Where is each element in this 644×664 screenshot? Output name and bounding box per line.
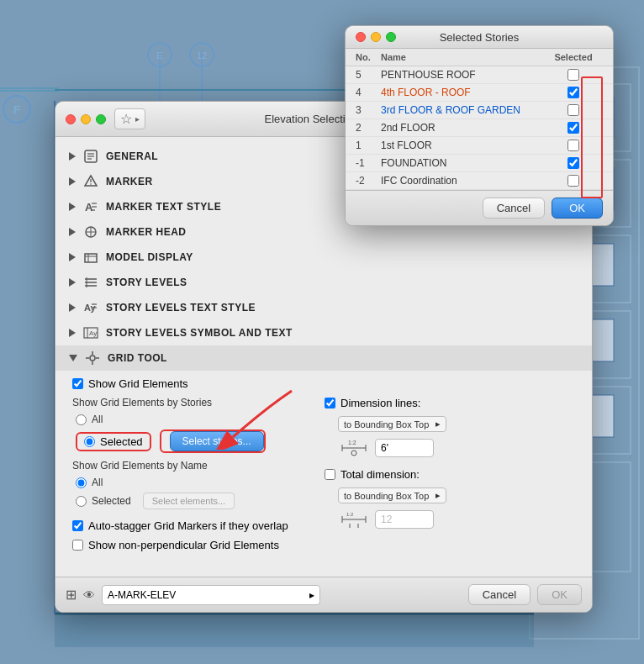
- select-stories-button[interactable]: Select stories...: [170, 431, 264, 451]
- star-icon: ☆: [120, 111, 132, 127]
- story-neg2-name: IFC Coordination: [381, 175, 544, 187]
- section-story-levels-symbol-label: STORY LEVELS SYMBOL AND TEXT: [106, 327, 293, 339]
- total-dim-value-input[interactable]: [375, 510, 434, 529]
- grid-panels: Show Grid Elements by Stories All Select…: [72, 397, 575, 558]
- non-perpendicular-checkbox[interactable]: [72, 540, 83, 551]
- story-5-name: PENTHOUSE ROOF: [381, 69, 544, 81]
- story-4-name: 4th FLOOR - ROOF: [381, 87, 544, 98]
- story-neg1-checkbox[interactable]: [567, 157, 579, 169]
- story-3-no: 3: [356, 104, 381, 116]
- dropdown-arrow: ▸: [435, 419, 441, 429]
- expand-icon: [69, 228, 76, 236]
- story-neg2-checkbox[interactable]: [567, 175, 579, 187]
- story-2-checkbox[interactable]: [567, 122, 579, 134]
- radio-all-stories[interactable]: [76, 414, 87, 425]
- layer-dropdown[interactable]: A-MARK-ELEV ▸: [102, 585, 320, 605]
- section-marker-head-label: MARKER HEAD: [106, 226, 187, 238]
- expand-icon: [69, 253, 76, 261]
- show-grid-elements-checkbox[interactable]: [72, 378, 83, 389]
- grid-tool-content: Show Grid Elements Show Grid Elements by…: [55, 371, 592, 561]
- story-levels-text-style-icon: Ay: [82, 299, 99, 316]
- dimension-value-row: 1:2: [338, 436, 575, 460]
- story-1-no: 1: [356, 140, 381, 151]
- dropdown-arrow-icon: ▸: [309, 589, 314, 601]
- layer-value: A-MARK-ELEV: [108, 589, 176, 601]
- story-1-checkbox-cell: [544, 140, 603, 151]
- story-3-checkbox-cell: [544, 104, 603, 116]
- story-4-checkbox-cell: [544, 87, 603, 98]
- radio-all2-row: All: [76, 477, 308, 488]
- dimension-lines-checkbox[interactable]: [325, 398, 335, 408]
- radio-all-names[interactable]: [76, 477, 87, 488]
- stories-maximize-button[interactable]: [386, 32, 396, 42]
- expand-icon: [69, 152, 76, 161]
- selected-radio-highlight: Selected: [76, 432, 151, 451]
- bounding-box2-row: to Bounding Box Top ▸: [338, 487, 575, 503]
- stories-dialog-titlebar: Selected Stories: [346, 26, 613, 49]
- dimension-lines-settings: to Bounding Box Top ▸ 1:2: [338, 416, 575, 460]
- expand-icon: [69, 329, 76, 337]
- collapse-icon: [69, 355, 77, 361]
- main-cancel-button[interactable]: Cancel: [468, 584, 531, 605]
- stories-minimize-button[interactable]: [371, 32, 381, 42]
- story-5-no: 5: [356, 69, 381, 81]
- story-neg2-no: -2: [356, 175, 381, 187]
- grid-tool-header[interactable]: GRID TOOL: [55, 345, 592, 371]
- maximize-button[interactable]: [96, 114, 106, 124]
- main-ok-button[interactable]: OK: [537, 584, 582, 605]
- story-4-no: 4: [356, 87, 381, 98]
- auto-stagger-checkbox[interactable]: [72, 520, 83, 531]
- auto-stagger-row: Auto-stagger Grid Markers if they overla…: [72, 519, 308, 532]
- col-name-header: Name: [381, 52, 544, 62]
- story-row-2: 2 2nd FLOOR: [346, 119, 613, 137]
- bounding-box-label: to Bounding Box Top: [344, 419, 429, 429]
- total-dimension-checkbox[interactable]: [325, 469, 335, 480]
- favorites-button[interactable]: ☆ ▸: [114, 108, 145, 129]
- stories-radio-group: All Selected Select stories...: [76, 414, 308, 453]
- general-icon: [82, 148, 99, 165]
- story-1-checkbox[interactable]: [567, 140, 579, 151]
- story-neg1-checkbox-cell: [544, 157, 603, 169]
- svg-text:12: 12: [197, 50, 207, 61]
- layers-icon: ⊞: [66, 587, 77, 603]
- favorites-arrow: ▸: [135, 114, 140, 124]
- story-1-name: 1st FLOOR: [381, 140, 544, 151]
- bounding-box-dropdown[interactable]: to Bounding Box Top ▸: [338, 416, 446, 432]
- marker-text-style-icon: A: [82, 198, 99, 215]
- story-3-checkbox[interactable]: [567, 104, 579, 116]
- select-elements-button[interactable]: Select elements...: [143, 493, 235, 509]
- model-display-icon: [82, 249, 99, 266]
- minimize-button[interactable]: [81, 114, 91, 124]
- stories-traffic-lights: [356, 32, 396, 42]
- stories-cancel-button[interactable]: Cancel: [483, 198, 545, 219]
- stories-close-button[interactable]: [356, 32, 366, 42]
- story-5-checkbox[interactable]: [567, 69, 579, 81]
- radio-selected-stories[interactable]: [84, 436, 95, 447]
- section-story-levels-text-style[interactable]: Ay STORY LEVELS TEXT STYLE: [55, 295, 592, 320]
- dimension-sketch-icon: 1:2: [338, 436, 370, 460]
- non-perpendicular-row: Show non-perpendicular Grid Elements: [72, 539, 308, 551]
- bounding-box2-dropdown[interactable]: to Bounding Box Top ▸: [338, 487, 446, 503]
- story-5-checkbox-cell: [544, 69, 603, 81]
- section-story-levels-symbol[interactable]: Ay STORY LEVELS SYMBOL AND TEXT: [55, 320, 592, 345]
- svg-text:1:2: 1:2: [348, 440, 356, 445]
- radio-selected-names[interactable]: [76, 496, 87, 507]
- story-3-name: 3rd FLOOR & ROOF GARDEN: [381, 104, 544, 116]
- story-4-checkbox[interactable]: [567, 87, 579, 98]
- dimension-value-input[interactable]: [375, 439, 434, 457]
- total-dimension-label: Total dimension:: [340, 468, 420, 481]
- section-model-display[interactable]: MODEL DISPLAY: [55, 245, 592, 270]
- close-button[interactable]: [66, 114, 76, 124]
- expand-icon: [69, 203, 76, 211]
- stories-ok-button[interactable]: OK: [552, 198, 603, 219]
- bottom-left: ⊞ 👁 A-MARK-ELEV ▸: [66, 585, 468, 605]
- auto-stagger-label: Auto-stagger Grid Markers if they overla…: [88, 519, 288, 532]
- section-marker-label: MARKER: [106, 176, 153, 187]
- section-story-levels[interactable]: STORY LEVELS: [55, 270, 592, 295]
- expand-icon: [69, 303, 76, 312]
- total-dim-sketch-icon: 1:2: [338, 508, 370, 531]
- expand-icon: [69, 177, 76, 186]
- story-neg2-checkbox-cell: [544, 175, 603, 187]
- svg-text:E: E: [156, 50, 162, 61]
- svg-rect-40: [85, 254, 97, 262]
